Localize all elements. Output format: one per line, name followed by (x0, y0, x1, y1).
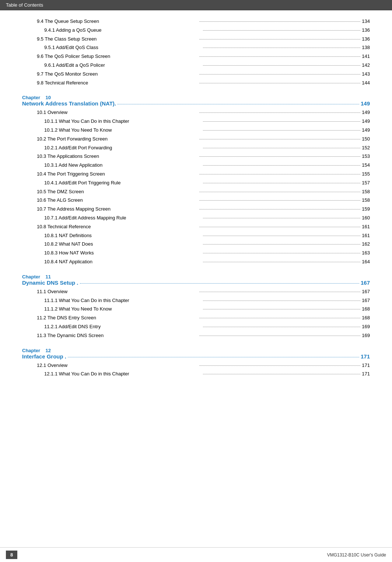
list-item: 10.8.1 NAT Definitions 161 (22, 232, 370, 240)
chapter-10-label: Chapter 10 (22, 95, 370, 100)
list-item: 10.6 The ALG Screen 158 (22, 197, 370, 204)
list-item: 10.8.2 What NAT Does 162 (22, 240, 370, 248)
list-item: 10.4 The Port Triggering Screen 155 (22, 170, 370, 178)
list-item: 11.1.1 What You Can Do in this Chapter 1… (22, 297, 370, 305)
list-item: 9.4.1 Adding a QoS Queue 136 (22, 27, 370, 34)
chapter-12-label: Chapter 12 (22, 348, 370, 353)
header-title: Table of Contents (6, 2, 43, 8)
footer-guide-name: VMG1312-B10C User's Guide (327, 552, 386, 558)
chapter-10-entries: 10.1 Overview 149 10.1.1 What You Can Do… (22, 109, 370, 266)
list-item: 10.2.1 Add/Edit Port Forwarding 152 (22, 144, 370, 152)
list-item: 12.1.1 What You Can Do in this Chapter 1… (22, 370, 370, 378)
page-footer: 8 VMG1312-B10C User's Guide (0, 547, 392, 562)
chapter-11-entries: 11.1 Overview 167 11.1.1 What You Can Do… (22, 288, 370, 340)
list-item: 12.1 Overview 171 (22, 362, 370, 370)
list-item: 11.1 Overview 167 (22, 288, 370, 296)
list-item: 10.5 The DMZ Screen 158 (22, 188, 370, 196)
list-item: 9.8 Technical Reference 144 (22, 79, 370, 87)
chapter-12-heading: Chapter 12 Interface Group . 171 (22, 348, 370, 360)
list-item: 11.2 The DNS Entry Screen 168 (22, 314, 370, 322)
list-item: 10.7.1 Add/Edit Address Mapping Rule 160 (22, 214, 370, 222)
list-item: 10.7 The Address Mapping Screen 159 (22, 205, 370, 213)
list-item: 10.8.3 How NAT Works 163 (22, 249, 370, 257)
list-item: 11.3 The Dynamic DNS Screen 169 (22, 332, 370, 340)
list-item: 11.2.1 Add/Edit DNS Entry 169 (22, 323, 370, 331)
list-item: 9.4 The Queue Setup Screen 134 (22, 18, 370, 25)
list-item: 9.6 The QoS Policer Setup Screen 141 (22, 53, 370, 60)
list-item: 10.1 Overview 149 (22, 109, 370, 117)
list-item: 10.4.1 Add/Edit Port Triggering Rule 157 (22, 179, 370, 187)
list-item: 9.6.1 Add/Edit a QoS Policer 142 (22, 62, 370, 69)
initial-entries: 9.4 The Queue Setup Screen 134 9.4.1 Add… (22, 18, 370, 87)
list-item: 11.1.2 What You Need To Know 168 (22, 305, 370, 313)
chapter-11-label: Chapter 11 (22, 274, 370, 280)
list-item: 9.5 The Class Setup Screen 136 (22, 35, 370, 43)
list-item: 10.3 The Applications Screen 153 (22, 153, 370, 160)
list-item: 9.7 The QoS Monitor Screen 143 (22, 70, 370, 78)
page-content: 9.4 The Queue Setup Screen 134 9.4.1 Add… (0, 10, 392, 401)
list-item: 10.2 The Port Forwarding Screen 150 (22, 135, 370, 143)
footer-page-number: 8 (6, 551, 17, 559)
page-header: Table of Contents (0, 0, 392, 10)
list-item: 10.8 Technical Reference 161 (22, 223, 370, 231)
chapter-12-title: Interface Group . 171 (22, 353, 370, 360)
chapter-12-entries: 12.1 Overview 171 12.1.1 What You Can Do… (22, 362, 370, 378)
chapter-11-heading: Chapter 11 Dynamic DNS Setup . 167 (22, 274, 370, 286)
list-item: 10.8.4 NAT Application 164 (22, 258, 370, 266)
list-item: 10.1.2 What You Need To Know 149 (22, 126, 370, 134)
list-item: 10.1.1 What You Can Do in this Chapter 1… (22, 118, 370, 125)
chapter-10-title: Network Address Translation (NAT). 149 (22, 100, 370, 107)
list-item: 9.5.1 Add/Edit QoS Class 138 (22, 44, 370, 52)
chapter-11-title: Dynamic DNS Setup . 167 (22, 280, 370, 286)
list-item: 10.3.1 Add New Application 154 (22, 162, 370, 169)
chapter-10-heading: Chapter 10 Network Address Translation (… (22, 95, 370, 107)
